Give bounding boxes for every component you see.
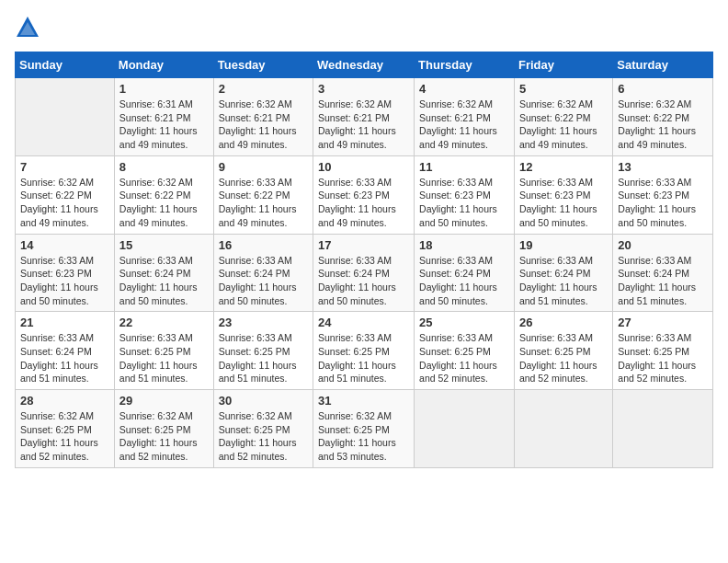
day-number: 16 bbox=[219, 238, 308, 252]
day-info: Sunrise: 6:32 AM Sunset: 6:25 PM Dayligh… bbox=[119, 409, 209, 464]
day-cell: 9Sunrise: 6:33 AM Sunset: 6:22 PM Daylig… bbox=[213, 155, 313, 234]
day-info: Sunrise: 6:33 AM Sunset: 6:24 PM Dayligh… bbox=[20, 331, 109, 385]
week-row-5: 28Sunrise: 6:32 AM Sunset: 6:25 PM Dayli… bbox=[16, 390, 713, 468]
day-info: Sunrise: 6:33 AM Sunset: 6:25 PM Dayligh… bbox=[219, 331, 308, 385]
week-row-3: 14Sunrise: 6:33 AM Sunset: 6:23 PM Dayli… bbox=[16, 234, 713, 312]
day-info: Sunrise: 6:32 AM Sunset: 6:25 PM Dayligh… bbox=[318, 409, 409, 464]
weekday-header-monday: Monday bbox=[114, 52, 213, 78]
day-number: 14 bbox=[20, 238, 109, 252]
weekday-header-saturday: Saturday bbox=[613, 52, 713, 78]
day-number: 20 bbox=[618, 238, 708, 252]
day-info: Sunrise: 6:32 AM Sunset: 6:22 PM Dayligh… bbox=[119, 176, 209, 230]
day-info: Sunrise: 6:31 AM Sunset: 6:21 PM Dayligh… bbox=[119, 98, 209, 152]
day-number: 5 bbox=[519, 82, 608, 96]
day-number: 4 bbox=[419, 82, 509, 96]
day-info: Sunrise: 6:32 AM Sunset: 6:25 PM Dayligh… bbox=[219, 409, 308, 464]
day-number: 1 bbox=[119, 82, 209, 96]
day-info: Sunrise: 6:33 AM Sunset: 6:24 PM Dayligh… bbox=[318, 254, 409, 308]
day-cell: 2Sunrise: 6:32 AM Sunset: 6:21 PM Daylig… bbox=[213, 78, 313, 156]
week-row-4: 21Sunrise: 6:33 AM Sunset: 6:24 PM Dayli… bbox=[16, 312, 713, 390]
day-cell: 29Sunrise: 6:32 AM Sunset: 6:25 PM Dayli… bbox=[114, 390, 213, 468]
day-cell: 11Sunrise: 6:33 AM Sunset: 6:23 PM Dayli… bbox=[415, 155, 515, 234]
day-info: Sunrise: 6:32 AM Sunset: 6:22 PM Dayligh… bbox=[618, 98, 708, 152]
day-info: Sunrise: 6:32 AM Sunset: 6:25 PM Dayligh… bbox=[20, 409, 109, 464]
day-info: Sunrise: 6:33 AM Sunset: 6:24 PM Dayligh… bbox=[618, 254, 708, 308]
day-info: Sunrise: 6:33 AM Sunset: 6:24 PM Dayligh… bbox=[519, 254, 608, 308]
day-cell bbox=[613, 390, 713, 468]
day-number: 24 bbox=[318, 316, 409, 329]
day-info: Sunrise: 6:33 AM Sunset: 6:25 PM Dayligh… bbox=[419, 331, 509, 385]
day-cell: 1Sunrise: 6:31 AM Sunset: 6:21 PM Daylig… bbox=[114, 78, 213, 156]
day-number: 29 bbox=[119, 394, 209, 408]
day-number: 25 bbox=[419, 316, 509, 329]
day-info: Sunrise: 6:33 AM Sunset: 6:23 PM Dayligh… bbox=[618, 176, 708, 230]
day-number: 27 bbox=[618, 316, 708, 329]
day-cell: 19Sunrise: 6:33 AM Sunset: 6:24 PM Dayli… bbox=[514, 234, 612, 312]
day-info: Sunrise: 6:33 AM Sunset: 6:22 PM Dayligh… bbox=[219, 176, 308, 230]
day-cell bbox=[16, 78, 115, 156]
day-cell: 3Sunrise: 6:32 AM Sunset: 6:21 PM Daylig… bbox=[313, 78, 415, 156]
day-number: 15 bbox=[119, 238, 209, 252]
day-number: 13 bbox=[618, 160, 708, 174]
day-cell: 25Sunrise: 6:33 AM Sunset: 6:25 PM Dayli… bbox=[415, 312, 515, 390]
weekday-header-thursday: Thursday bbox=[415, 52, 515, 78]
day-cell: 13Sunrise: 6:33 AM Sunset: 6:23 PM Dayli… bbox=[613, 155, 713, 234]
day-cell: 26Sunrise: 6:33 AM Sunset: 6:25 PM Dayli… bbox=[514, 312, 612, 390]
day-info: Sunrise: 6:33 AM Sunset: 6:23 PM Dayligh… bbox=[519, 176, 608, 230]
day-cell: 23Sunrise: 6:33 AM Sunset: 6:25 PM Dayli… bbox=[213, 312, 313, 390]
day-number: 8 bbox=[119, 160, 209, 174]
day-number: 19 bbox=[519, 238, 608, 252]
day-info: Sunrise: 6:33 AM Sunset: 6:24 PM Dayligh… bbox=[419, 254, 509, 308]
day-info: Sunrise: 6:33 AM Sunset: 6:25 PM Dayligh… bbox=[119, 331, 209, 385]
day-cell: 12Sunrise: 6:33 AM Sunset: 6:23 PM Dayli… bbox=[514, 155, 612, 234]
day-number: 10 bbox=[318, 160, 409, 174]
day-cell: 21Sunrise: 6:33 AM Sunset: 6:24 PM Dayli… bbox=[16, 312, 115, 390]
week-row-1: 1Sunrise: 6:31 AM Sunset: 6:21 PM Daylig… bbox=[16, 78, 713, 156]
day-number: 2 bbox=[219, 82, 308, 96]
logo bbox=[15, 15, 44, 40]
day-cell bbox=[415, 390, 515, 468]
day-info: Sunrise: 6:33 AM Sunset: 6:25 PM Dayligh… bbox=[618, 331, 708, 385]
day-info: Sunrise: 6:32 AM Sunset: 6:21 PM Dayligh… bbox=[419, 98, 509, 152]
day-info: Sunrise: 6:32 AM Sunset: 6:21 PM Dayligh… bbox=[219, 98, 308, 152]
logo-icon bbox=[15, 15, 40, 40]
day-info: Sunrise: 6:32 AM Sunset: 6:21 PM Dayligh… bbox=[318, 98, 409, 152]
day-cell: 14Sunrise: 6:33 AM Sunset: 6:23 PM Dayli… bbox=[16, 234, 115, 312]
day-cell bbox=[514, 390, 612, 468]
day-number: 22 bbox=[119, 316, 209, 329]
day-cell: 18Sunrise: 6:33 AM Sunset: 6:24 PM Dayli… bbox=[415, 234, 515, 312]
day-cell: 4Sunrise: 6:32 AM Sunset: 6:21 PM Daylig… bbox=[415, 78, 515, 156]
day-info: Sunrise: 6:33 AM Sunset: 6:25 PM Dayligh… bbox=[519, 331, 608, 385]
week-row-2: 7Sunrise: 6:32 AM Sunset: 6:22 PM Daylig… bbox=[16, 155, 713, 234]
calendar-table: SundayMondayTuesdayWednesdayThursdayFrid… bbox=[15, 52, 713, 468]
day-number: 6 bbox=[618, 82, 708, 96]
day-cell: 28Sunrise: 6:32 AM Sunset: 6:25 PM Dayli… bbox=[16, 390, 115, 468]
day-number: 12 bbox=[519, 160, 608, 174]
day-number: 23 bbox=[219, 316, 308, 329]
day-number: 7 bbox=[20, 160, 109, 174]
day-cell: 6Sunrise: 6:32 AM Sunset: 6:22 PM Daylig… bbox=[613, 78, 713, 156]
day-number: 18 bbox=[419, 238, 509, 252]
weekday-header-tuesday: Tuesday bbox=[213, 52, 313, 78]
day-info: Sunrise: 6:32 AM Sunset: 6:22 PM Dayligh… bbox=[519, 98, 608, 152]
weekday-header-sunday: Sunday bbox=[16, 52, 115, 78]
day-number: 17 bbox=[318, 238, 409, 252]
page-header bbox=[15, 15, 713, 40]
day-info: Sunrise: 6:33 AM Sunset: 6:24 PM Dayligh… bbox=[219, 254, 308, 308]
day-info: Sunrise: 6:33 AM Sunset: 6:24 PM Dayligh… bbox=[119, 254, 209, 308]
day-number: 11 bbox=[419, 160, 509, 174]
day-info: Sunrise: 6:33 AM Sunset: 6:23 PM Dayligh… bbox=[318, 176, 409, 230]
day-cell: 5Sunrise: 6:32 AM Sunset: 6:22 PM Daylig… bbox=[514, 78, 612, 156]
day-info: Sunrise: 6:32 AM Sunset: 6:22 PM Dayligh… bbox=[20, 176, 109, 230]
day-cell: 16Sunrise: 6:33 AM Sunset: 6:24 PM Dayli… bbox=[213, 234, 313, 312]
weekday-header-wednesday: Wednesday bbox=[313, 52, 415, 78]
day-number: 26 bbox=[519, 316, 608, 329]
day-number: 28 bbox=[20, 394, 109, 408]
day-number: 31 bbox=[318, 394, 409, 408]
day-cell: 20Sunrise: 6:33 AM Sunset: 6:24 PM Dayli… bbox=[613, 234, 713, 312]
day-cell: 17Sunrise: 6:33 AM Sunset: 6:24 PM Dayli… bbox=[313, 234, 415, 312]
day-number: 3 bbox=[318, 82, 409, 96]
weekday-header-friday: Friday bbox=[514, 52, 612, 78]
day-cell: 7Sunrise: 6:32 AM Sunset: 6:22 PM Daylig… bbox=[16, 155, 115, 234]
day-number: 30 bbox=[219, 394, 308, 408]
